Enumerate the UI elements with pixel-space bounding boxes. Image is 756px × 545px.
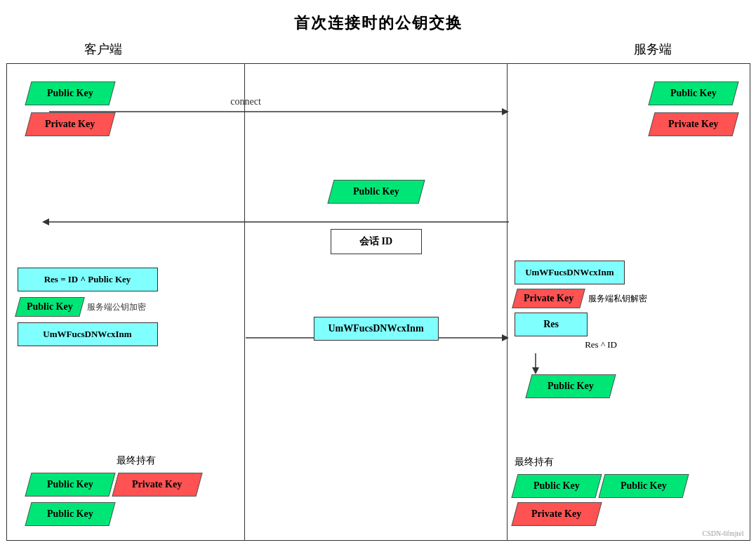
- mid-session-id: 会话 ID: [331, 229, 422, 254]
- encrypt-label: 服务端公钥加密: [87, 301, 146, 313]
- mid-session-box: 会话 ID: [331, 229, 422, 254]
- res-xor-id-label: Res ^ ID: [585, 339, 617, 350]
- res-formula: Res = ID ^ Public Key: [18, 268, 158, 291]
- left-final: 最终持有 Public Key Private Key Public Key: [28, 454, 244, 526]
- svg-marker-8: [532, 367, 539, 374]
- server-label: 服务端: [634, 41, 672, 58]
- mid-encrypted-value: UmWFucsDNWcxInm: [313, 317, 438, 341]
- mid-pubkey-box: Public Key: [331, 180, 422, 204]
- panel-left: Public Key Private Key Res = ID ^ Public…: [7, 64, 245, 540]
- mid-public-key: Public Key: [327, 180, 425, 204]
- client-public-key: Public Key: [25, 81, 115, 105]
- right-result-pubkey: Public Key: [526, 374, 616, 398]
- mid-encrypted-box: UmWFucsDNWcxInm: [313, 317, 438, 341]
- client-private-key: Private Key: [25, 112, 115, 136]
- decrypt-label: 服务端私钥解密: [588, 293, 647, 305]
- right-final-pubkey2: Public Key: [599, 474, 689, 498]
- watermark: CSDN-6fmjtel: [703, 530, 744, 537]
- left-encrypted-value: UmWFucsDNWcxInm: [18, 322, 158, 346]
- right-final-pubkey1: Public Key: [512, 474, 602, 498]
- right-final-privkey: Private Key: [512, 502, 602, 526]
- left-final-pubkey2: Public Key: [25, 502, 115, 526]
- left-final-label: 最终持有: [28, 454, 244, 467]
- main-title: 首次连接时的公钥交换: [0, 0, 756, 41]
- client-label: 客户端: [84, 41, 122, 58]
- panel-middle: Public Key 会话 ID UmWFucsDNWcxInm: [245, 64, 508, 540]
- right-decrypt-area: UmWFucsDNWcxInm Private Key 服务端私钥解密 Res …: [515, 261, 742, 398]
- server-public-key: Public Key: [648, 81, 738, 105]
- left-res-box: Res = ID ^ Public Key Public Key 服务端公钥加密…: [18, 268, 158, 346]
- right-res-box: Res: [515, 313, 588, 336]
- right-privkey: Private Key: [512, 289, 585, 308]
- right-final-label: 最终持有: [515, 456, 749, 468]
- right-final: 最终持有 Public Key Public Key Private Key: [515, 456, 749, 526]
- panel-right: Public Key Private Key UmWFucsDNWcxInm P…: [508, 64, 749, 540]
- right-top-keys: Public Key Private Key: [651, 81, 736, 143]
- server-private-key: Private Key: [648, 112, 738, 136]
- right-encrypted-value: UmWFucsDNWcxInm: [515, 261, 624, 284]
- diagram-area: connect Public Key Private Key Res = ID …: [6, 63, 750, 541]
- left-final-privkey: Private Key: [112, 473, 202, 497]
- left-top-keys: Public Key Private Key: [28, 81, 112, 143]
- left-final-pubkey1: Public Key: [25, 473, 115, 497]
- left-server-pubkey: Public Key: [15, 297, 84, 317]
